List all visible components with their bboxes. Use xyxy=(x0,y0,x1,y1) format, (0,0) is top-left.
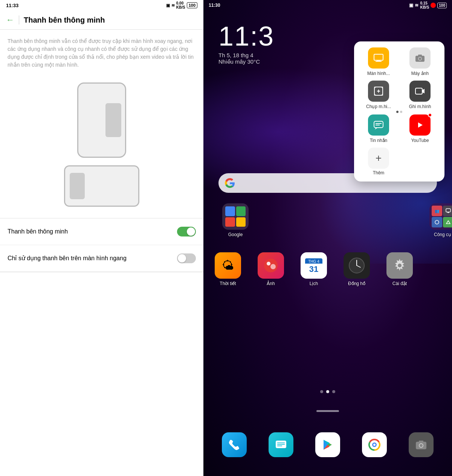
svg-point-26 xyxy=(267,262,270,265)
svg-rect-14 xyxy=(415,88,422,94)
popup-item-may-anh[interactable]: Máy ảnh xyxy=(402,47,438,76)
man-hinh-icon xyxy=(368,47,389,69)
back-button[interactable]: ← xyxy=(6,15,14,25)
clock-area: 11:3 Th 5, 18 thg 4 Nhiều mây 30°C xyxy=(218,23,274,65)
dong-ho-label: Đồng hồ xyxy=(348,281,365,286)
header-bar: ← Thanh bên thông minh xyxy=(0,11,203,30)
toggle-thumb-2 xyxy=(178,254,186,262)
svg-point-23 xyxy=(435,220,439,224)
popup-item-chup-mhi[interactable]: Chụp m.hi... xyxy=(360,81,397,109)
battery-right: 100 xyxy=(437,3,447,8)
cai-dat-label: Cài đặt xyxy=(392,281,407,286)
svg-rect-53 xyxy=(419,441,423,442)
svg-rect-16 xyxy=(374,121,383,128)
app-lich[interactable]: 31 THG 4 Lịch xyxy=(293,252,334,286)
page-dot-3 xyxy=(332,390,335,393)
them-label: Thêm xyxy=(373,170,385,175)
svg-point-52 xyxy=(420,444,423,447)
svg-text:31: 31 xyxy=(309,264,318,274)
app-cai-dat[interactable]: Cài đặt xyxy=(379,252,420,286)
toggle-smart-sidebar[interactable] xyxy=(177,227,196,236)
popup-item-ghi-mhinh[interactable]: Ghi m.hình xyxy=(402,81,438,109)
dock-chrome[interactable] xyxy=(362,432,387,457)
clock-date: Th 5, 18 thg 4 xyxy=(218,52,274,58)
status-icons-left: ▣ ≋ 0.00KB/S 100 xyxy=(166,1,197,9)
recording-indicator xyxy=(431,3,436,8)
toggle-thumb-1 xyxy=(187,227,195,236)
landscape-illustration xyxy=(64,165,139,207)
youtube-notif-dot xyxy=(428,113,432,117)
dock-play[interactable] xyxy=(315,432,340,457)
popup-dots xyxy=(360,111,438,113)
app-row-1: Google 👥 Công cụ xyxy=(215,203,452,237)
ghi-mhinh-icon xyxy=(409,81,431,102)
svg-point-37 xyxy=(398,264,402,267)
page-dots xyxy=(203,390,452,393)
svg-marker-24 xyxy=(446,221,450,224)
page-dot-1 xyxy=(320,390,323,393)
toggle-landscape-only[interactable] xyxy=(177,253,196,263)
may-anh-icon xyxy=(409,47,431,69)
sidebar-box-landscape xyxy=(70,173,85,199)
popup-item-man-hinh[interactable]: Màn hình... xyxy=(360,47,397,76)
popup-item-youtube[interactable]: YouTube xyxy=(402,114,438,143)
google-label: Google xyxy=(228,232,243,237)
app-thoi-tiet[interactable]: 🌤 Thời tiết xyxy=(207,252,249,286)
page-title: Thanh bên thông minh xyxy=(24,16,105,24)
dock-phone[interactable] xyxy=(222,432,247,457)
youtube-icon xyxy=(409,114,431,136)
popup-grid: Màn hình... Máy ảnh xyxy=(360,47,438,109)
cai-dat-icon xyxy=(386,252,413,279)
anh-label: Ảnh xyxy=(267,281,275,286)
dock xyxy=(211,432,444,457)
lich-label: Lịch xyxy=(310,281,318,286)
home-indicator[interactable] xyxy=(316,410,339,412)
setting-landscape-only[interactable]: Chỉ sử dụng thanh bên trên màn hình ngan… xyxy=(0,245,203,272)
popup-item-them[interactable]: + Thêm xyxy=(360,148,397,175)
status-bar-right: 11:30 ▣ ≋ 0.15KB/S 100 xyxy=(203,0,452,11)
chup-mhi-icon xyxy=(368,81,389,102)
thoi-tiet-label: Thời tiết xyxy=(220,281,236,286)
app-anh[interactable]: Ảnh xyxy=(250,252,292,286)
cong-cu-label: Công cụ xyxy=(434,232,451,237)
svg-point-5 xyxy=(419,58,421,60)
tm1: 👥 xyxy=(432,206,442,216)
status-bar-left: 11:33 ▣ ≋ 0.00KB/S 100 xyxy=(0,0,203,11)
app-cong-cu[interactable]: 👥 Công cụ xyxy=(422,203,452,237)
chup-mhi-label: Chụp m.hi... xyxy=(366,104,391,109)
popup-item-tin-nhan[interactable]: Tin nhắn xyxy=(360,114,397,143)
app-row-2: 🌤 Thời tiết Ảnh 31 xyxy=(207,252,420,286)
setting2-label: Chỉ sử dụng thanh bên trên màn hình ngan… xyxy=(8,254,127,262)
dock-messages[interactable] xyxy=(269,432,293,457)
right-panel: 11:30 ▣ ≋ 0.15KB/S 100 11:3 Th 5, 18 thg… xyxy=(203,0,452,476)
description-text: Thanh bên thông minh vẫn có thể được tru… xyxy=(0,30,203,75)
spacer xyxy=(267,203,411,237)
cong-cu-folder-icon: 👥 xyxy=(429,203,452,230)
page-dot-2 xyxy=(326,390,329,393)
folder-mini-2 xyxy=(236,206,246,216)
tin-nhan-icon xyxy=(368,114,389,136)
setting-smart-sidebar[interactable]: Thanh bên thông minh xyxy=(0,218,203,245)
folder-mini-4 xyxy=(236,217,246,227)
dot-1 xyxy=(396,111,399,113)
svg-rect-0 xyxy=(374,54,383,60)
svg-point-27 xyxy=(270,264,276,269)
tm2 xyxy=(443,206,452,216)
them-circle: + xyxy=(368,148,389,169)
svg-marker-22 xyxy=(447,212,450,213)
app-dong-ho[interactable]: Đồng hồ xyxy=(336,252,377,286)
dock-camera[interactable] xyxy=(409,432,434,457)
dot-2 xyxy=(400,111,402,113)
app-google[interactable]: Google xyxy=(215,203,256,237)
ghi-mhinh-label: Ghi m.hình xyxy=(409,104,431,109)
svg-rect-6 xyxy=(418,55,422,56)
svg-text:THG 4: THG 4 xyxy=(308,259,319,264)
tin-nhan-label: Tin nhắn xyxy=(370,138,388,143)
status-icons-right: ▣ ≋ 0.15KB/S 100 xyxy=(409,1,447,9)
header-divider xyxy=(19,15,19,24)
may-anh-label: Máy ảnh xyxy=(411,71,429,76)
svg-rect-21 xyxy=(446,209,450,212)
sidebar-box-portrait xyxy=(105,103,121,137)
google-folder-icon xyxy=(222,203,249,230)
battery-left: 100 xyxy=(187,2,197,8)
